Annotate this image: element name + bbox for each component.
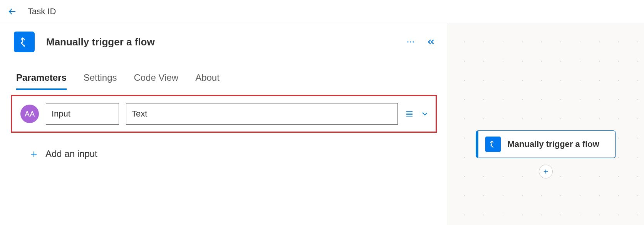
back-button[interactable] — [7, 6, 18, 17]
input-parameter-row: AA — [11, 95, 437, 133]
canvas-add-step-button[interactable] — [539, 165, 553, 178]
chevron-down-icon[interactable] — [420, 109, 429, 118]
tab-parameters[interactable]: Parameters — [16, 72, 67, 90]
more-options-button[interactable] — [406, 37, 415, 47]
svg-point-1 — [407, 41, 408, 42]
tab-code-view[interactable]: Code View — [134, 72, 178, 90]
main: Manually trigger a flow Parameters Setti… — [0, 23, 644, 225]
svg-point-3 — [413, 41, 414, 42]
add-input-label: Add an input — [45, 148, 97, 159]
tab-about[interactable]: About — [195, 72, 220, 90]
text-type-icon: AA — [20, 105, 39, 123]
input-row-actions — [405, 109, 429, 118]
list-options-icon[interactable] — [405, 109, 414, 118]
collapse-panel-button[interactable] — [426, 37, 436, 47]
details-panel: Manually trigger a flow Parameters Setti… — [0, 23, 447, 225]
plus-icon: ＋ — [29, 147, 39, 161]
page-title: Task ID — [28, 7, 56, 17]
input-name-field[interactable] — [46, 103, 119, 125]
trigger-icon — [485, 137, 501, 152]
trigger-icon — [14, 32, 35, 52]
panel-title: Manually trigger a flow — [46, 36, 155, 48]
canvas-trigger-card[interactable]: Manually trigger a flow — [476, 131, 615, 158]
panel-header: Manually trigger a flow — [0, 32, 447, 52]
svg-point-0 — [24, 46, 24, 46]
add-input-button[interactable]: ＋ Add an input — [29, 147, 447, 161]
tabs: Parameters Settings Code View About — [0, 72, 447, 90]
flow-canvas[interactable]: Manually trigger a flow — [447, 23, 644, 225]
tab-settings[interactable]: Settings — [84, 72, 117, 90]
topbar: Task ID — [0, 0, 644, 23]
canvas-card-title: Manually trigger a flow — [508, 138, 599, 150]
input-value-field[interactable] — [126, 103, 398, 125]
panel-actions — [406, 37, 436, 47]
svg-point-2 — [410, 41, 411, 42]
